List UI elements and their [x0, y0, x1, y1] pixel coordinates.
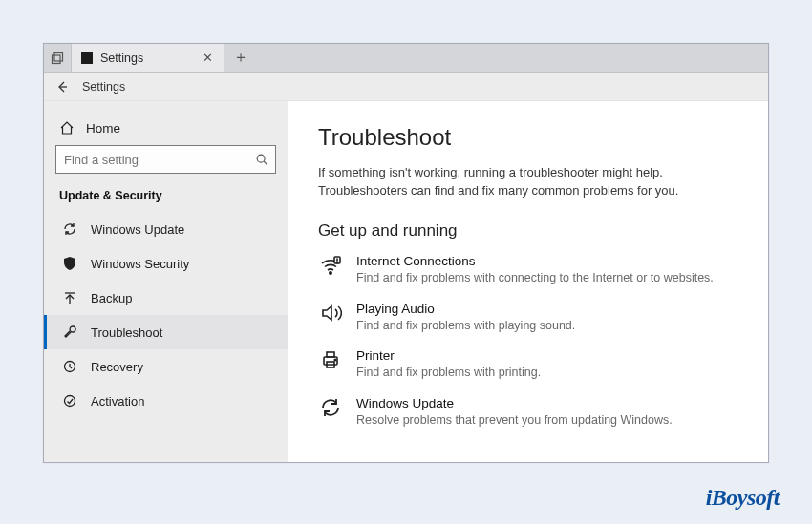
- history-icon: [62, 359, 77, 374]
- troubleshooter-internet-connections[interactable]: Internet Connections Find and fix proble…: [318, 254, 737, 286]
- troubleshooter-title: Printer: [356, 348, 737, 363]
- sidebar-item-windows-security[interactable]: Windows Security: [44, 246, 288, 281]
- sidebar-item-label: Windows Update: [91, 222, 184, 237]
- troubleshooter-printer[interactable]: Printer Find and fix problems with print…: [318, 348, 737, 381]
- settings-app-icon: [81, 52, 93, 64]
- sidebar-item-label: Windows Security: [91, 257, 189, 271]
- troubleshooter-title: Internet Connections: [356, 254, 737, 268]
- sidebar-item-label: Recovery: [91, 360, 143, 374]
- svg-rect-1: [54, 52, 63, 61]
- sidebar-item-activation[interactable]: Activation: [44, 384, 288, 418]
- header-title: Settings: [82, 80, 125, 94]
- shield-icon: [62, 256, 77, 271]
- svg-point-7: [336, 262, 337, 262]
- page-intro: If something isn't working, running a tr…: [318, 164, 719, 200]
- titlebar: Settings ✕ ＋: [44, 44, 768, 73]
- sidebar-item-label: Backup: [91, 291, 132, 305]
- page-title: Troubleshoot: [318, 124, 737, 151]
- troubleshooter-desc: Find and fix problems with printing.: [356, 365, 719, 381]
- search-input[interactable]: [55, 145, 276, 174]
- svg-rect-9: [327, 352, 334, 357]
- sidebar-item-label: Troubleshoot: [91, 325, 162, 340]
- audio-icon: [318, 302, 343, 326]
- troubleshooter-desc: Find and fix problems with playing sound…: [356, 318, 719, 334]
- overlapping-windows-icon: [51, 52, 64, 65]
- troubleshooter-playing-audio[interactable]: Playing Audio Find and fix problems with…: [318, 302, 737, 334]
- printer-icon: [318, 348, 343, 373]
- troubleshooter-desc: Find and fix problems with connecting to…: [356, 270, 719, 286]
- sidebar-item-home[interactable]: Home: [55, 115, 276, 145]
- svg-point-11: [334, 360, 336, 362]
- home-icon: [59, 120, 75, 136]
- troubleshooter-title: Windows Update: [356, 396, 737, 410]
- close-tab-button[interactable]: ✕: [201, 52, 214, 65]
- troubleshooter-windows-update[interactable]: Windows Update Resolve problems that pre…: [318, 396, 737, 429]
- sidebar-item-backup[interactable]: Backup: [44, 281, 288, 315]
- watermark-logo: iBoysoft: [706, 485, 780, 511]
- sidebar-item-label: Activation: [91, 394, 144, 409]
- backup-icon: [62, 290, 77, 305]
- sidebar-item-recovery[interactable]: Recovery: [44, 349, 288, 384]
- tab-settings[interactable]: Settings ✕: [72, 44, 224, 72]
- sidebar-item-troubleshoot[interactable]: Troubleshoot: [44, 315, 288, 349]
- wifi-icon: [318, 254, 343, 279]
- search-icon: [255, 153, 268, 166]
- sidebar-section-label: Update & Security: [55, 185, 276, 212]
- svg-point-5: [330, 271, 331, 273]
- header-row: Settings: [44, 73, 768, 101]
- tab-title: Settings: [100, 52, 193, 65]
- back-button[interactable]: [52, 76, 73, 97]
- activation-icon: [62, 393, 77, 409]
- body: Home Update & Security Windows Update: [44, 101, 768, 462]
- new-tab-button[interactable]: ＋: [224, 44, 257, 72]
- svg-point-2: [257, 155, 265, 162]
- home-label: Home: [86, 121, 120, 136]
- search-wrap: [55, 145, 276, 174]
- arrow-left-icon: [55, 80, 69, 94]
- refresh-icon: [62, 221, 77, 237]
- window-controls-left[interactable]: [44, 44, 72, 72]
- troubleshooter-desc: Resolve problems that prevent you from u…: [356, 412, 719, 429]
- troubleshooter-title: Playing Audio: [356, 302, 737, 316]
- main-content: Troubleshoot If something isn't working,…: [288, 101, 768, 462]
- sidebar: Home Update & Security Windows Update: [44, 101, 288, 462]
- svg-rect-0: [53, 55, 61, 64]
- sidebar-item-windows-update[interactable]: Windows Update: [44, 212, 288, 246]
- refresh-icon: [318, 396, 343, 421]
- wrench-icon: [62, 325, 77, 340]
- settings-window: Settings ✕ ＋ Settings Home: [43, 43, 769, 463]
- sub-heading: Get up and running: [318, 221, 737, 241]
- svg-point-4: [65, 396, 75, 407]
